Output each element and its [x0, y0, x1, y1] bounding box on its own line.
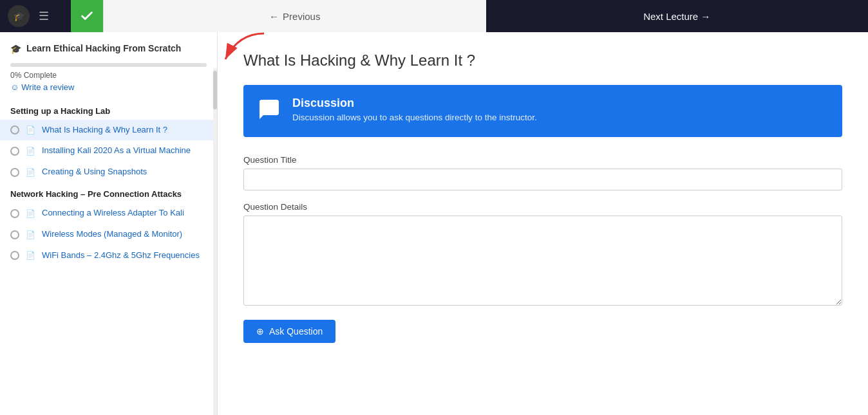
lesson-label: What Is Hacking & Why Learn It ?: [42, 125, 167, 136]
radio-circle: [10, 209, 19, 218]
question-details-group: Question Details: [243, 202, 842, 308]
lesson-label: WiFi Bands – 2.4Ghz & 5Ghz Frequencies: [42, 250, 200, 261]
question-title-label: Question Title: [243, 155, 842, 165]
doc-icon: 📄: [26, 230, 35, 239]
review-icon: ☺: [10, 82, 19, 92]
progress-text: 0% Complete: [0, 68, 217, 81]
main-content: What Is Hacking & Why Learn It ? Discuss…: [218, 32, 868, 415]
prev-arrow: ←: [269, 11, 279, 22]
next-label: Next Lecture →: [643, 11, 710, 22]
radio-circle: [10, 251, 19, 260]
question-title-group: Question Title: [243, 155, 842, 190]
doc-icon: 📄: [26, 125, 35, 134]
page-title: What Is Hacking & Why Learn It ?: [243, 51, 842, 69]
progress-bar-bg: [10, 63, 207, 67]
question-title-input[interactable]: [243, 169, 842, 190]
radio-circle: [10, 125, 19, 134]
lesson-label: Creating & Using Snapshots: [42, 167, 147, 178]
top-nav: 🎓 ☰ ← Previous Next Lecture →: [0, 0, 868, 32]
lesson-item[interactable]: 📄 WiFi Bands – 2.4Ghz & 5Ghz Frequencies: [0, 245, 217, 266]
ask-btn-label: Ask Question: [269, 326, 323, 337]
discussion-text: Discussion Discussion allows you to ask …: [292, 97, 537, 122]
main-layout: 🎓 Learn Ethical Hacking From Scratch 0% …: [0, 32, 868, 415]
previous-button[interactable]: ← Previous: [103, 0, 486, 32]
discussion-icon: [258, 98, 281, 125]
doc-icon: 📄: [26, 209, 35, 218]
lesson-label: Connecting a Wireless Adapter To Kali: [42, 208, 184, 219]
question-details-label: Question Details: [243, 202, 842, 212]
sidebar-scrollbar[interactable]: [213, 68, 217, 415]
discussion-banner: Discussion Discussion allows you to ask …: [243, 85, 842, 137]
list-icon[interactable]: ☰: [35, 7, 53, 25]
scrollbar-thumb[interactable]: [213, 71, 217, 109]
prev-label: Previous: [283, 11, 320, 22]
lesson-item[interactable]: 📄 What Is Hacking & Why Learn It ?: [0, 120, 217, 141]
logo-icon: 🎓: [8, 5, 30, 27]
discussion-heading: Discussion: [292, 97, 537, 110]
radio-circle: [10, 168, 19, 177]
radio-circle: [10, 230, 19, 239]
course-name: Learn Ethical Hacking From Scratch: [26, 42, 181, 55]
lesson-label: Installing Kali 2020 As a Virtual Machin…: [42, 145, 191, 156]
section-header-2: Network Hacking – Pre Connection Attacks: [0, 183, 217, 203]
question-details-textarea[interactable]: [243, 216, 842, 306]
section-header-1: Setting up a Hacking Lab: [0, 100, 217, 120]
radio-circle: [10, 147, 19, 156]
doc-icon: 📄: [26, 251, 35, 260]
ask-icon: ⊕: [256, 326, 264, 337]
write-review-link[interactable]: ☺ Write a review: [0, 81, 217, 100]
lesson-label: Wireless Modes (Managed & Monitor): [42, 229, 182, 240]
course-icon: 🎓: [10, 44, 21, 54]
discussion-description: Discussion allows you to ask questions d…: [292, 113, 537, 122]
chat-bubble-icon: [258, 98, 281, 121]
course-title-area: 🎓 Learn Ethical Hacking From Scratch: [0, 32, 217, 60]
doc-icon: 📄: [26, 147, 35, 156]
sidebar: 🎓 Learn Ethical Hacking From Scratch 0% …: [0, 32, 218, 415]
nav-logo-area: 🎓 ☰: [0, 0, 71, 32]
next-lecture-button[interactable]: Next Lecture →: [486, 0, 869, 32]
review-label: Write a review: [21, 82, 74, 92]
lesson-item[interactable]: 📄 Creating & Using Snapshots: [0, 161, 217, 183]
ask-question-button[interactable]: ⊕ Ask Question: [243, 320, 335, 343]
progress-bar-container: [0, 60, 217, 68]
check-icon: [80, 9, 94, 23]
lesson-item[interactable]: 📄 Wireless Modes (Managed & Monitor): [0, 224, 217, 245]
doc-icon: 📄: [26, 168, 35, 177]
check-complete-button[interactable]: [71, 0, 103, 32]
lesson-item[interactable]: 📄 Connecting a Wireless Adapter To Kali: [0, 203, 217, 224]
lesson-item[interactable]: 📄 Installing Kali 2020 As a Virtual Mach…: [0, 140, 217, 161]
